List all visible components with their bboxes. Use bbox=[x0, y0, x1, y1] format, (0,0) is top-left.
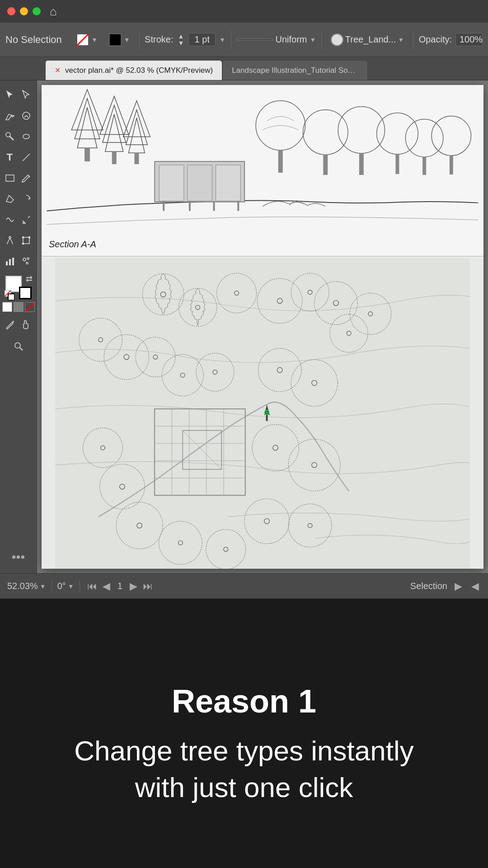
hand-tool[interactable] bbox=[19, 315, 34, 335]
svg-rect-29 bbox=[189, 201, 191, 211]
blob-brush-tool[interactable] bbox=[19, 127, 34, 146]
stroke-stepper[interactable]: ▲ ▼ bbox=[178, 33, 184, 46]
smooth-tool[interactable] bbox=[19, 106, 34, 126]
stroke-color-button[interactable]: ▼ bbox=[72, 31, 101, 48]
status-expand-button[interactable]: ▶ bbox=[453, 580, 464, 593]
swap-colors-icon[interactable]: ⇄ bbox=[26, 274, 33, 284]
white-swatch[interactable] bbox=[2, 302, 12, 312]
section-svg bbox=[42, 85, 483, 256]
pen-tool[interactable] bbox=[2, 106, 18, 126]
rotation-dropdown[interactable]: ▼ bbox=[68, 583, 74, 590]
home-icon[interactable]: ⌂ bbox=[50, 5, 57, 19]
bottom-text-area: Reason 1 Change tree types instantly wit… bbox=[0, 599, 488, 868]
reason-subtitle: Change tree types instantly with just on… bbox=[50, 733, 438, 806]
color-blocks[interactable]: ⇄ bbox=[5, 276, 32, 299]
rotation-display[interactable]: 0° ▼ bbox=[57, 581, 74, 591]
left-toolbar: T bbox=[0, 80, 37, 573]
status-collapse-button[interactable]: ◀ bbox=[469, 580, 481, 593]
tab-landscape-source[interactable]: Landscape Illustration_Tutorial Source F… bbox=[222, 60, 368, 80]
artboard: Section A-A bbox=[42, 85, 483, 569]
page-navigation[interactable]: ⏮ ◀ bbox=[85, 580, 112, 593]
svg-line-6 bbox=[23, 154, 30, 161]
paint-brush-tool[interactable] bbox=[2, 127, 18, 146]
tab-landscape-label: Landscape Illustration_Tutorial Source F… bbox=[232, 66, 358, 75]
svg-rect-43 bbox=[135, 153, 139, 164]
first-page-button[interactable]: ⏮ bbox=[85, 580, 99, 593]
zoom-dropdown[interactable]: ▼ bbox=[40, 583, 46, 590]
maximize-button[interactable] bbox=[33, 7, 41, 15]
canvas-area[interactable]: Section A-A bbox=[37, 80, 488, 573]
rectangle-tool[interactable] bbox=[2, 168, 18, 188]
rotate-tool[interactable] bbox=[19, 189, 34, 209]
close-button[interactable] bbox=[7, 7, 15, 15]
none-swatch[interactable] bbox=[25, 302, 35, 312]
uniform-dropdown-arrow[interactable]: ▼ bbox=[310, 36, 316, 43]
toolbar: No Selection ▼ ▼ Stroke: ▲ ▼ 1 pt ▼ Unif… bbox=[0, 23, 488, 57]
stroke-dropdown-arrow[interactable]: ▼ bbox=[219, 36, 225, 43]
zoom-tool[interactable] bbox=[5, 336, 32, 356]
last-page-button[interactable]: ⏭ bbox=[141, 580, 155, 593]
prev-page-button[interactable]: ◀ bbox=[101, 580, 112, 593]
tree-land-icon bbox=[331, 33, 343, 46]
pen-tool-group bbox=[2, 106, 35, 126]
next-page-button[interactable]: ▶ bbox=[128, 580, 139, 593]
stroke-swatch[interactable] bbox=[19, 287, 32, 299]
symbol-sprayer-tool[interactable] bbox=[19, 251, 34, 271]
svg-marker-38 bbox=[105, 114, 123, 152]
zoom-value: 52.03% bbox=[7, 581, 38, 591]
tab-vector-plan[interactable]: ✕ vector plan.ai* @ 52.03 % (CMYK/Previe… bbox=[45, 60, 222, 80]
default-colors-icon[interactable] bbox=[5, 290, 14, 300]
svg-rect-13 bbox=[6, 261, 8, 265]
svg-point-48 bbox=[338, 107, 385, 153]
scale-tool[interactable] bbox=[19, 210, 34, 230]
warp-tool[interactable] bbox=[2, 210, 18, 230]
zoom-display[interactable]: 52.03% ▼ bbox=[7, 581, 46, 591]
section-label: Section A-A bbox=[49, 239, 96, 250]
svg-point-54 bbox=[432, 116, 471, 156]
svg-point-16 bbox=[23, 258, 26, 261]
uniform-label: Uniform bbox=[276, 34, 307, 45]
line-tool[interactable] bbox=[19, 147, 34, 167]
svg-marker-41 bbox=[126, 110, 148, 145]
minimize-button[interactable] bbox=[20, 7, 28, 15]
stroke-line-preview bbox=[237, 39, 273, 40]
svg-rect-14 bbox=[9, 259, 11, 265]
reason-title: Reason 1 bbox=[172, 684, 316, 719]
eraser-tool[interactable] bbox=[2, 189, 18, 209]
status-right-area: Selection ▶ ◀ bbox=[410, 580, 481, 593]
graph-tool[interactable] bbox=[2, 251, 18, 271]
page-number[interactable]: 1 bbox=[117, 581, 122, 591]
opacity-label: Opacity: bbox=[419, 34, 452, 45]
paint-tool-group bbox=[2, 127, 35, 146]
status-divider-1 bbox=[52, 580, 52, 593]
status-bar: 52.03% ▼ 0° ▼ ⏮ ◀ 1 ▶ ⏭ Selection ▶ ◀ bbox=[0, 573, 488, 599]
status-divider-2 bbox=[80, 580, 80, 593]
rotation-value: 0° bbox=[57, 581, 66, 591]
selection-tool-group bbox=[2, 85, 35, 105]
eyedropper-tool[interactable] bbox=[2, 315, 18, 335]
direct-selection-tool[interactable] bbox=[19, 85, 34, 105]
tab-vector-plan-label: vector plan.ai* @ 52.03 % (CMYK/Preview) bbox=[65, 66, 213, 75]
tree-land-dropdown-arrow[interactable]: ▼ bbox=[398, 36, 404, 43]
tabs-bar: ✕ vector plan.ai* @ 52.03 % (CMYK/Previe… bbox=[0, 57, 488, 80]
svg-point-8 bbox=[9, 236, 11, 238]
stroke-style-button[interactable]: ▼ bbox=[105, 31, 134, 48]
free-transform-tool[interactable] bbox=[19, 231, 34, 250]
more-tools-button[interactable]: ••• bbox=[12, 550, 25, 569]
tree-land-button[interactable]: Tree_Land... ▼ bbox=[327, 32, 408, 48]
svg-rect-11 bbox=[28, 236, 30, 238]
type-tool[interactable]: T bbox=[2, 147, 18, 167]
svg-rect-7 bbox=[6, 175, 14, 181]
selection-tool[interactable] bbox=[2, 85, 18, 105]
grey-swatch[interactable] bbox=[14, 302, 23, 312]
stroke-up-arrow[interactable]: ▲ bbox=[178, 33, 184, 39]
puppet-warp-tool[interactable] bbox=[2, 231, 18, 250]
svg-point-22 bbox=[15, 343, 20, 348]
stroke-value[interactable]: 1 pt bbox=[188, 33, 216, 46]
stroke-profile-button[interactable]: Uniform ▼ bbox=[237, 34, 316, 45]
pencil-tool[interactable] bbox=[19, 168, 34, 188]
stroke-down-arrow[interactable]: ▼ bbox=[178, 40, 184, 46]
opacity-value[interactable]: 100% bbox=[455, 33, 483, 46]
svg-line-23 bbox=[19, 348, 23, 351]
page-navigation-right[interactable]: ▶ ⏭ bbox=[128, 580, 155, 593]
